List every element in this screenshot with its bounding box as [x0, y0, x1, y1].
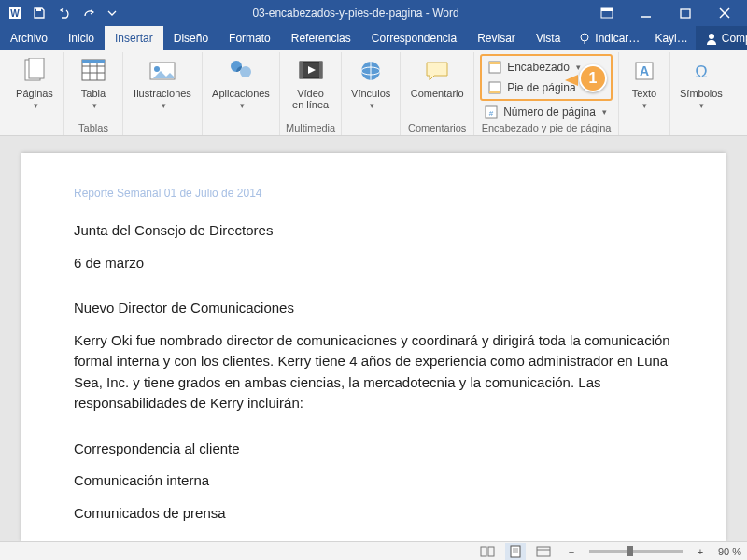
paginas-label: Páginas	[16, 88, 53, 99]
read-mode-button[interactable]	[477, 543, 498, 560]
ilustraciones-button[interactable]: Ilustraciones ▾	[129, 54, 196, 110]
page-header-text: Reporte Semanal 01 de Julio de 2014	[74, 187, 673, 200]
svg-rect-26	[300, 62, 303, 78]
chevron-down-icon: ▾	[602, 107, 607, 117]
vinculos-label: Vínculos	[351, 88, 390, 99]
group-comentarios-label: Comentarios	[408, 122, 466, 135]
tab-diseno[interactable]: Diseño	[163, 26, 218, 50]
tabla-button[interactable]: Tabla ▾	[70, 54, 117, 110]
save-icon[interactable]	[28, 2, 50, 24]
tab-correspondencia[interactable]: Correspondencia	[361, 26, 467, 50]
zoom-thumb[interactable]	[627, 546, 633, 556]
zoom-out-button[interactable]: −	[561, 543, 582, 560]
video-label: Vídeo en línea	[292, 88, 329, 110]
svg-point-10	[581, 34, 588, 41]
maximize-button[interactable]	[667, 0, 704, 26]
callout-pointer	[565, 75, 578, 86]
callout-badge: 1	[579, 64, 607, 92]
text-icon: A	[629, 56, 659, 86]
chevron-down-icon: ▾	[370, 101, 374, 110]
svg-rect-5	[601, 8, 613, 11]
doc-paragraph: 6 de marzo	[74, 253, 673, 274]
doc-paragraph: Nuevo Director de Comunicaciones	[74, 298, 673, 319]
statusbar: − + 90 %	[0, 541, 747, 560]
tell-me-box[interactable]: Indicar…	[571, 26, 647, 50]
tab-formato[interactable]: Formato	[218, 26, 281, 50]
tab-vista[interactable]: Vista	[526, 26, 571, 50]
simbolos-label: Símbolos	[680, 88, 723, 99]
zoom-level[interactable]: 90 %	[718, 546, 741, 557]
chevron-down-icon: ▾	[699, 101, 704, 110]
print-layout-button[interactable]	[505, 543, 526, 560]
comentario-button[interactable]: Comentario	[406, 54, 468, 99]
encabezado-label: Encabezado	[507, 61, 570, 74]
svg-rect-14	[29, 58, 44, 78]
svg-rect-20	[82, 60, 105, 63]
doc-paragraph: Kerry Oki fue nombrado director de comun…	[74, 330, 673, 414]
share-button[interactable]: Compartir	[696, 26, 747, 50]
document-area[interactable]: Reporte Semanal 01 de Julio de 2014 Junt…	[0, 136, 747, 541]
ribbon-content: Páginas ▾ Tabla ▾ Tablas Ilustraciones	[0, 50, 747, 136]
ribbon-tabs: Archivo Inicio Insertar Diseño Formato R…	[0, 26, 747, 50]
video-icon	[296, 56, 326, 86]
window-title: 03-encabezados-y-pies-de-pagina - Word	[123, 7, 588, 20]
group-multimedia-label: Multimedia	[286, 122, 335, 135]
texto-label: Texto	[632, 88, 656, 99]
table-icon	[78, 56, 108, 86]
lightbulb-icon	[578, 32, 591, 45]
undo-icon[interactable]	[52, 2, 75, 24]
group-header-footer-label: Encabezado y pie de página	[482, 122, 612, 135]
tab-revisar[interactable]: Revisar	[467, 26, 526, 50]
svg-point-22	[154, 66, 160, 72]
group-tablas-label: Tablas	[78, 122, 108, 135]
tab-inicio[interactable]: Inicio	[58, 26, 105, 50]
web-layout-button[interactable]	[533, 543, 554, 560]
share-person-icon	[705, 32, 718, 45]
tab-archivo[interactable]: Archivo	[0, 26, 58, 50]
aplicaciones-button[interactable]: Aplicaciones ▾	[208, 54, 274, 110]
comentario-label: Comentario	[411, 88, 464, 99]
tab-insertar[interactable]: Insertar	[105, 26, 163, 50]
ilustraciones-label: Ilustraciones	[134, 88, 191, 99]
aplicaciones-label: Aplicaciones	[212, 88, 270, 99]
svg-rect-41	[488, 547, 494, 556]
pages-icon	[20, 56, 49, 86]
chevron-down-icon: ▾	[642, 101, 647, 110]
svg-rect-42	[511, 546, 520, 557]
simbolos-button[interactable]: Ω Símbolos ▾	[676, 54, 726, 110]
svg-rect-32	[489, 62, 500, 64]
tab-referencias[interactable]: Referencias	[281, 26, 361, 50]
doc-paragraph: Comunicados de prensa	[74, 503, 673, 525]
page[interactable]: Reporte Semanal 01 de Julio de 2014 Junt…	[21, 153, 726, 541]
video-button[interactable]: Vídeo en línea	[288, 54, 334, 110]
svg-rect-27	[319, 62, 322, 78]
chevron-down-icon: ▾	[92, 101, 97, 110]
links-icon	[356, 56, 386, 86]
svg-text:A: A	[640, 63, 649, 78]
chevron-down-icon: ▾	[162, 101, 166, 110]
zoom-in-button[interactable]: +	[690, 543, 711, 560]
illustrations-icon	[148, 56, 177, 86]
qat-customize-icon[interactable]	[101, 2, 123, 24]
comment-icon	[422, 56, 452, 86]
ribbon-display-options-icon[interactable]	[588, 0, 626, 26]
svg-text:Ω: Ω	[695, 63, 707, 81]
user-name[interactable]: Kayl…	[647, 26, 695, 50]
texto-button[interactable]: A Texto ▾	[625, 54, 664, 110]
share-label: Compartir	[722, 32, 747, 45]
vinculos-button[interactable]: Vínculos ▾	[347, 54, 394, 110]
numero-pagina-button[interactable]: # Número de página ▾	[480, 102, 613, 122]
footer-icon	[487, 80, 502, 95]
svg-text:W: W	[10, 8, 20, 19]
svg-point-24	[240, 66, 251, 77]
minimize-button[interactable]	[627, 0, 665, 26]
svg-rect-40	[481, 547, 486, 556]
zoom-slider[interactable]	[589, 550, 683, 553]
svg-rect-7	[681, 9, 690, 18]
doc-paragraph: Junta del Consejo de Directores	[74, 220, 673, 242]
redo-icon[interactable]	[77, 2, 99, 24]
close-button[interactable]	[706, 0, 743, 26]
word-app-icon[interactable]: W	[4, 2, 26, 24]
paginas-button[interactable]: Páginas ▾	[11, 54, 58, 110]
tabla-label: Tabla	[81, 88, 106, 99]
